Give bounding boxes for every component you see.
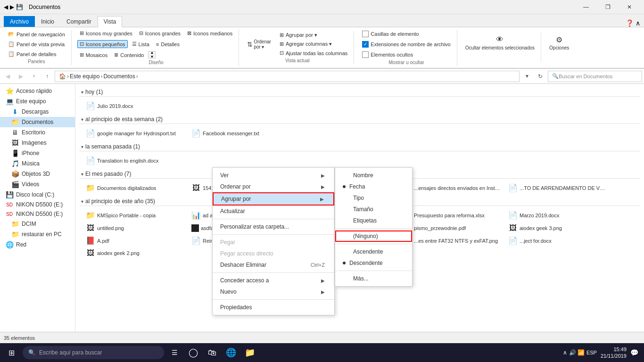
- nav-forward[interactable]: ▶: [15, 71, 26, 82]
- ctx-nuevo[interactable]: Nuevo ▶: [213, 286, 334, 297]
- close-button[interactable]: ✕: [619, 0, 640, 14]
- sub-descendente[interactable]: Descendente: [335, 257, 412, 269]
- sidebar-item-iphone[interactable]: 📱 iPhone: [0, 148, 75, 158]
- btn-casillas[interactable]: Casillas de elemento: [360, 30, 421, 38]
- taskbar-clock[interactable]: 15:49 21/11/2019: [601, 346, 627, 360]
- sub-tamano[interactable]: Tamaño: [335, 204, 412, 215]
- sub-ascendente[interactable]: Ascendente: [335, 246, 412, 257]
- file-a-pdf[interactable]: 📕 A.pdf: [83, 235, 187, 246]
- file-untitled[interactable]: 🖼 untitled.png: [83, 222, 187, 233]
- ctx-pegar[interactable]: Pegar: [213, 237, 334, 248]
- ctx-ordenar[interactable]: Ordenar por ▶: [213, 181, 334, 192]
- tab-archivo[interactable]: Archivo: [4, 16, 35, 27]
- file-fat32[interactable]: 🖼 ...es entre FAT32 NTFS y exFAT.png: [400, 235, 504, 246]
- taskbar-task-view[interactable]: ☰: [166, 344, 183, 361]
- file-facebook[interactable]: 📄 Facebook messenger.txt: [189, 128, 292, 139]
- ctx-conceder[interactable]: Conceder acceso a ▶: [213, 275, 334, 286]
- taskbar-cortana[interactable]: ◯: [185, 344, 202, 361]
- btn-mosaicos[interactable]: ⊞ Mosaicos: [77, 51, 110, 59]
- file-google-manager[interactable]: 📄 google manager for Hydrosport.txt: [83, 128, 187, 139]
- ctx-actualizar[interactable]: Actualizar: [213, 206, 334, 217]
- btn-panel-detalles[interactable]: 📋 Panel de detalles: [6, 50, 58, 58]
- sidebar-item-nikon-e1[interactable]: SD NIKON D5500 (E:): [0, 200, 75, 209]
- btn-ordenar-por[interactable]: ⇅ Ordenar por ▾: [245, 38, 273, 51]
- file-julio2019[interactable]: 📄 Julio 2019.docx: [83, 100, 187, 111]
- btn-panel-vista-previa[interactable]: 📋 Panel de vista previa: [6, 40, 67, 48]
- btn-agregar-columnas[interactable]: ⊞ Agregar columnas ▾: [277, 40, 350, 48]
- sub-ninguno[interactable]: (Ninguno): [335, 230, 412, 242]
- sidebar-item-nikon-e2[interactable]: SD NIKON D5500 (E:): [0, 209, 75, 219]
- sidebar-item-musica[interactable]: 🎵 Música: [0, 158, 75, 169]
- file-pismo[interactable]: 📕 pismo_przewodnie.pdf: [400, 222, 504, 233]
- taskbar-notification[interactable]: 💬: [630, 349, 638, 356]
- search-box[interactable]: 🔍 Buscar en Documentos: [548, 71, 642, 82]
- btn-iconos-medianos[interactable]: ⊠ Iconos medianos: [185, 29, 235, 37]
- ribbon-collapse-icon[interactable]: ∧: [636, 19, 640, 27]
- file-presupuesto[interactable]: 📊 Presupuesto para reforma.xlsx: [400, 210, 504, 221]
- btn-lista[interactable]: ☰ Lista: [130, 40, 152, 48]
- file-kmspico[interactable]: 📁 KMSpico Portable - copia: [83, 210, 187, 221]
- sidebar-item-objetos3d[interactable]: 📦 Objetos 3D: [0, 169, 75, 179]
- address-path[interactable]: 🏠 › Este equipo › Documentos ›: [55, 71, 520, 82]
- ribbon-help-icon[interactable]: ❓: [626, 19, 634, 27]
- file-aiodex3[interactable]: 🖼 aiodex geek 3.png: [505, 222, 609, 233]
- btn-ocultar-sel[interactable]: 👁 Ocultar elementos seleccionados: [463, 33, 537, 52]
- sidebar-item-red[interactable]: 🌐 Red: [0, 239, 75, 250]
- nav-recent[interactable]: ▼: [28, 71, 40, 82]
- sub-etiquetas[interactable]: Etiquetas: [335, 215, 412, 226]
- sub-nombre[interactable]: Nombre: [335, 170, 412, 181]
- btn-opciones[interactable]: ⚙ Opciones: [547, 33, 571, 52]
- btn-ajustar-columnas[interactable]: ⊡ Ajustar todas las columnas: [277, 49, 350, 57]
- nav-back[interactable]: ◀: [2, 71, 13, 82]
- sub-fecha[interactable]: Fecha: [335, 181, 412, 192]
- path-dropdown[interactable]: ▼: [521, 71, 533, 82]
- ctx-personalizar[interactable]: Personalizar esta carpeta...: [213, 221, 334, 232]
- btn-iconos-pequenos[interactable]: ⊡ Iconos pequeños: [77, 40, 128, 48]
- sidebar-item-restaurar[interactable]: 📁 restaurar en PC: [0, 229, 75, 239]
- btn-iconos-grandes[interactable]: ⊟ Iconos grandes: [137, 29, 183, 37]
- btn-panel-navegacion[interactable]: 📂 Panel de navegación: [6, 30, 67, 38]
- sidebar-item-imagenes[interactable]: 🖼 Imágenes: [0, 138, 75, 148]
- nav-up[interactable]: ↑: [41, 71, 53, 82]
- maximize-button[interactable]: ❐: [597, 0, 619, 14]
- sidebar-item-descargas[interactable]: ⬇ Descargas: [0, 107, 75, 117]
- quick-access-back[interactable]: ◀: [4, 4, 8, 10]
- taskbar-search[interactable]: 🔍 Escribe aquí para buscar: [23, 346, 164, 359]
- refresh-button[interactable]: ↻: [535, 71, 546, 82]
- sub-tipo[interactable]: Tipo: [335, 192, 412, 204]
- sidebar-item-escritorio[interactable]: 🖥 Escritorio: [0, 127, 75, 138]
- sidebar-item-documentos[interactable]: 📁 Documentos: [0, 117, 75, 127]
- file-ject[interactable]: 📄 ...ject for.docx: [505, 235, 609, 246]
- ctx-deshacer[interactable]: Deshacer Eliminar Ctrl+Z: [213, 259, 334, 271]
- sidebar-item-dcim[interactable]: 📁 DCIM: [0, 219, 75, 229]
- btn-contenido[interactable]: ≣ Contenido: [112, 51, 146, 59]
- taskbar-explorer[interactable]: 📁: [241, 344, 258, 361]
- taskbar-edge[interactable]: 🌐: [223, 344, 239, 361]
- file-aiodex2[interactable]: 🖼 aiodex geek 2.png: [83, 248, 187, 258]
- file-mensajes-insta[interactable]: 📄 ...ensajes directos enviados en Instag…: [400, 182, 504, 193]
- ctx-agrupar[interactable]: Agrupar por ▶: [213, 192, 334, 206]
- sidebar-item-este-equipo[interactable]: 💻 Este equipo: [0, 96, 75, 107]
- btn-iconos-muy-grandes[interactable]: ⊞ Iconos muy grandes: [77, 29, 135, 37]
- btn-agrupar-por[interactable]: ⊞ Agrupar por ▾: [277, 31, 350, 39]
- file-contrato2[interactable]: 📄 ...TO DE ARRENDAMIENTO DE VIVIENDA...: [505, 182, 609, 193]
- ctx-pegar-acceso[interactable]: Pegar acceso directo: [213, 248, 334, 259]
- file-marzo2019[interactable]: 📄 Marzo 2019.docx: [505, 210, 609, 221]
- btn-elementos-ocultos[interactable]: Elementos ocultos: [360, 50, 415, 59]
- quick-access-forward[interactable]: ▶: [10, 4, 14, 10]
- sidebar-item-videos[interactable]: 🎬 Vídeos: [0, 179, 75, 189]
- file-translation[interactable]: 📄 Translation to english.docx: [83, 155, 187, 166]
- ctx-ver[interactable]: Ver ▶: [213, 170, 334, 181]
- quick-access-save[interactable]: 💾: [16, 4, 23, 10]
- tab-inicio[interactable]: Inicio: [35, 16, 60, 27]
- ctx-propiedades[interactable]: Propiedades: [213, 302, 334, 313]
- taskbar-start-button[interactable]: ⊞: [2, 343, 21, 362]
- btn-detalles[interactable]: ≡ Detalles: [154, 40, 182, 48]
- file-docs-digitalizados[interactable]: 📁 Documentos digitalizados: [83, 182, 187, 193]
- tab-compartir[interactable]: Compartir: [60, 16, 98, 27]
- layout-scroll[interactable]: ▲ ▼: [148, 51, 156, 58]
- sidebar-item-acceso-rapido[interactable]: ⭐ Acceso rápido: [0, 86, 75, 96]
- sidebar-item-disco-c[interactable]: 💾 Disco local (C:): [0, 189, 75, 200]
- tab-vista[interactable]: Vista: [98, 16, 122, 27]
- btn-extensiones[interactable]: ✓ Extensiones de nombre de archivo: [360, 40, 453, 49]
